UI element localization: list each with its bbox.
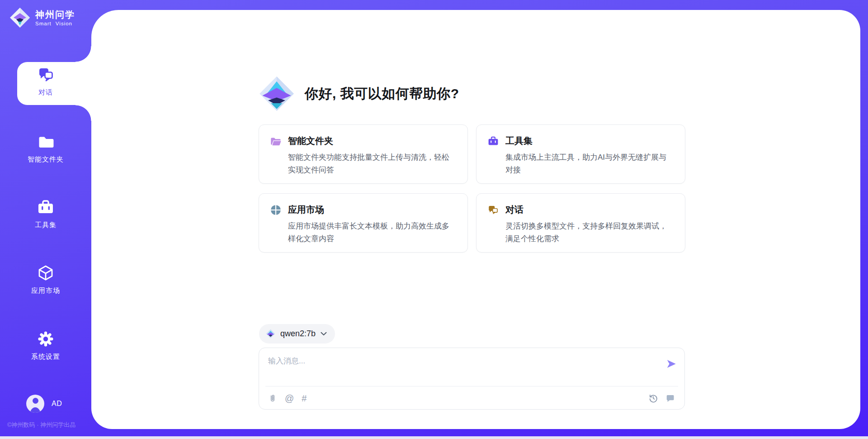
send-button[interactable]	[665, 358, 677, 370]
card-description: 应用市场提供丰富长文本模板，助力高效生成多样化文章内容	[288, 220, 457, 245]
card-description: 灵活切换多模型文件，支持多样回复效果调试，满足个性化需求	[505, 220, 674, 245]
chat-bubbles-icon	[37, 66, 55, 84]
sidebar-item-toolset[interactable]: 工具集	[0, 198, 91, 229]
composer-toolbar: @ #	[259, 387, 684, 410]
diamond-logo-icon	[9, 7, 31, 29]
sidebar-item-smart-folder[interactable]: 智能文件夹	[0, 133, 91, 164]
chat-bubble-icon	[666, 393, 675, 403]
sidebar-item-label: 智能文件夹	[28, 155, 64, 164]
sidebar-item-label: 工具集	[35, 221, 57, 229]
folder-icon	[37, 133, 55, 151]
card-header: 工具集	[487, 135, 674, 147]
cube-icon	[37, 264, 55, 282]
model-selector[interactable]: qwen2:7b	[259, 324, 335, 344]
card-app-market[interactable]: 应用市场 应用市场提供丰富长文本模板，助力高效生成多样化文章内容	[259, 193, 468, 253]
main-panel: 你好, 我可以如何帮助你? 智能文件夹 智能文件夹功能支持批量文件上传与清洗，轻…	[91, 10, 860, 429]
message-input[interactable]	[259, 348, 684, 385]
attach-button[interactable]	[268, 393, 277, 403]
card-description: 集成市场上主流工具，助力AI与外界无缝扩展与对接	[505, 151, 674, 177]
paperclip-icon	[268, 393, 277, 403]
folder-open-icon	[270, 135, 282, 147]
brand-text: 神州问学 Smart Vision	[35, 10, 75, 26]
card-smart-folder[interactable]: 智能文件夹 智能文件夹功能支持批量文件上传与清洗，轻松实现文件问答	[259, 124, 468, 184]
copyright-text: ©神州数码 · 神州问学出品	[7, 421, 75, 429]
briefcase-icon	[37, 198, 55, 216]
user-profile[interactable]: AD	[26, 395, 62, 413]
send-icon	[665, 358, 677, 370]
feedback-button[interactable]	[666, 393, 675, 403]
gear-icon	[37, 330, 55, 348]
diamond-logo-icon	[266, 329, 275, 339]
feature-cards: 智能文件夹 智能文件夹功能支持批量文件上传与清洗，轻松实现文件问答	[259, 124, 685, 253]
sidebar-item-label: 系统设置	[31, 353, 60, 361]
sidebar-item-app-market[interactable]: 应用市场	[0, 264, 91, 295]
card-description: 智能文件夹功能支持批量文件上传与清洗，轻松实现文件问答	[288, 151, 457, 177]
chat-bubbles-icon	[487, 204, 499, 216]
card-chat[interactable]: 对话 灵活切换多模型文件，支持多样回复效果调试，满足个性化需求	[476, 193, 685, 253]
card-toolset[interactable]: 工具集 集成市场上主流工具，助力AI与外界无缝扩展与对接	[476, 124, 685, 184]
hash-icon[interactable]: #	[302, 394, 307, 403]
person-icon	[33, 398, 38, 404]
greeting-text: 你好, 我可以如何帮助你?	[305, 85, 459, 103]
greeting: 你好, 我可以如何帮助你?	[259, 76, 459, 112]
at-icon[interactable]: @	[285, 394, 294, 403]
message-composer: @ #	[259, 348, 685, 410]
sidebar-item-label: 应用市场	[31, 286, 60, 295]
diamond-logo-icon	[259, 76, 295, 112]
brand: 神州问学 Smart Vision	[9, 7, 75, 29]
card-title: 对话	[505, 204, 524, 216]
card-header: 应用市场	[270, 204, 457, 216]
briefcase-icon	[487, 135, 499, 147]
card-title: 工具集	[505, 135, 533, 147]
app-root: 你好, 我可以如何帮助你? 智能文件夹 智能文件夹功能支持批量文件上传与清洗，轻…	[0, 0, 868, 439]
card-title: 应用市场	[288, 204, 324, 216]
user-initials: AD	[52, 400, 62, 408]
grid-circle-icon	[270, 204, 282, 216]
card-header: 对话	[487, 204, 674, 216]
brand-name: 神州问学	[35, 10, 75, 20]
card-title: 智能文件夹	[288, 135, 333, 147]
sidebar: 神州问学 Smart Vision 对话 智能文件夹	[0, 0, 91, 439]
model-name: qwen2:7b	[280, 329, 316, 339]
chevron-down-icon	[321, 332, 327, 336]
brand-subtitle: Smart Vision	[35, 21, 75, 26]
avatar	[26, 395, 44, 413]
bottom-edge	[0, 436, 868, 439]
sidebar-item-settings[interactable]: 系统设置	[0, 330, 91, 361]
history-button[interactable]	[648, 393, 658, 403]
sidebar-item-label: 对话	[38, 88, 53, 97]
card-header: 智能文件夹	[270, 135, 457, 147]
history-icon	[648, 393, 658, 403]
sidebar-item-chat[interactable]: 对话	[0, 66, 91, 97]
